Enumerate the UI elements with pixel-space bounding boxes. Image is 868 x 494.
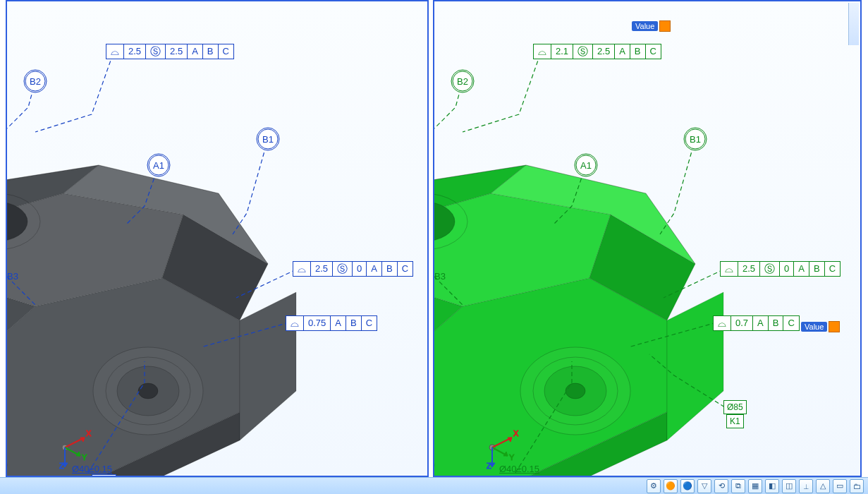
fcf-right-top[interactable]: ⌓ 2.1 Ⓢ 2.5 A B C	[533, 44, 661, 59]
status-icon[interactable]: 🔵	[680, 479, 695, 493]
view-triad[interactable]: X Y Z	[478, 428, 520, 470]
svg-text:Y: Y	[509, 453, 515, 462]
profile-surface-icon: ⌓	[713, 315, 731, 331]
status-icon[interactable]: ▦	[748, 479, 762, 493]
svg-text:Y: Y	[82, 453, 87, 462]
right-pane[interactable]: B2 A1 B1 B3 ⌓ 2.1 Ⓢ 2.5 A B C ⌓ 2.5 Ⓢ 0 …	[433, 0, 862, 477]
datum-label: B1	[262, 134, 274, 145]
datum-balloon-a1[interactable]: A1	[148, 155, 169, 176]
status-icon[interactable]: ⧉	[731, 479, 745, 493]
pane-tool-strip[interactable]	[848, 3, 859, 45]
flag-color-icon	[659, 20, 671, 32]
datum-label-b3[interactable]: B3	[7, 271, 18, 282]
key-ref-side[interactable]: K1	[726, 414, 744, 428]
status-icon[interactable]: △	[816, 479, 830, 493]
status-icon[interactable]: 🟠	[664, 479, 678, 493]
datum-label: A1	[580, 160, 592, 171]
status-icon[interactable]: ◧	[765, 479, 779, 493]
svg-text:X: X	[86, 429, 92, 438]
flag-color-icon	[829, 321, 840, 332]
change-flag-lower[interactable]: Value	[801, 320, 840, 333]
status-bar: ⚙ 🟠 🔵 ▽ ⟲ ⧉ ▦ ◧ ◫ ⟂ △ ▭ 🗀	[0, 477, 868, 494]
status-icon[interactable]: ⚙	[647, 479, 661, 493]
fcf-right-middle[interactable]: ⌓ 2.5 Ⓢ 0 A B C	[720, 261, 841, 277]
status-icon[interactable]: ▽	[697, 479, 711, 493]
datum-balloon-b2[interactable]: B2	[452, 71, 473, 92]
status-icon[interactable]: ▭	[833, 479, 847, 493]
svg-marker-39	[667, 292, 723, 440]
datum-label-b3[interactable]: B3	[434, 271, 446, 282]
svg-point-42	[566, 383, 585, 399]
profile-surface-icon: ⌓	[293, 261, 311, 277]
fcf-left-top[interactable]: ⌓ 2.5 Ⓢ 2.5 A B C	[106, 44, 234, 59]
status-icon-tray: ⚙ 🟠 🔵 ▽ ⟲ ⧉ ▦ ◧ ◫ ⟂ △ ▭ 🗀	[647, 479, 864, 493]
left-pane[interactable]: B2 A1 B1 B3 ⌓ 2.5 Ⓢ 2.5 A B C ⌓ 2.5 Ⓢ 0 …	[6, 0, 429, 477]
fcf-left-lower[interactable]: ⌓ 0.75 A B C	[286, 315, 377, 331]
status-icon[interactable]: ◫	[782, 479, 796, 493]
datum-label: B1	[690, 134, 701, 145]
datum-balloon-b2[interactable]: B2	[25, 71, 46, 92]
profile-surface-icon: ⌓	[533, 44, 551, 59]
compare-viewport: B2 A1 B1 B3 ⌓ 2.5 Ⓢ 2.5 A B C ⌓ 2.5 Ⓢ 0 …	[0, 0, 868, 494]
flag-label: Value	[632, 21, 658, 31]
svg-marker-7	[240, 292, 296, 440]
profile-surface-icon: ⌓	[106, 44, 124, 59]
datum-label: B2	[457, 76, 468, 87]
status-icon[interactable]: ⟲	[714, 479, 728, 493]
svg-text:Z: Z	[59, 462, 64, 470]
datum-balloon-a1[interactable]: A1	[575, 155, 597, 176]
profile-surface-icon: ⌓	[720, 261, 738, 277]
svg-text:Z: Z	[487, 462, 491, 470]
fcf-left-middle[interactable]: ⌓ 2.5 Ⓢ 0 A B C	[293, 261, 413, 277]
status-icon[interactable]: ⟂	[799, 479, 813, 493]
svg-text:X: X	[513, 429, 519, 438]
flag-label: Value	[801, 322, 827, 332]
datum-label: A1	[153, 160, 164, 171]
svg-point-10	[138, 383, 158, 399]
profile-surface-icon: ⌓	[286, 315, 304, 331]
fcf-right-lower[interactable]: ⌓ 0.7 A B C	[713, 315, 800, 331]
status-icon[interactable]: 🗀	[850, 479, 864, 493]
datum-balloon-b1[interactable]: B1	[685, 128, 706, 150]
dim-diameter-side[interactable]: Ø85	[723, 400, 747, 414]
datum-balloon-b1[interactable]: B1	[257, 128, 279, 150]
datum-label: B2	[30, 76, 41, 87]
view-triad[interactable]: X Y Z	[51, 428, 93, 470]
change-flag-top[interactable]: Value	[632, 20, 671, 32]
